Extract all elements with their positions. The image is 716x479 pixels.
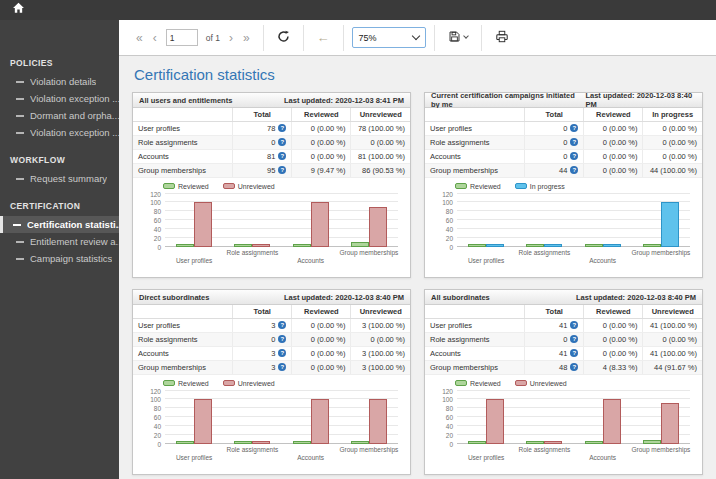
total-value: 0? — [530, 152, 578, 161]
help-icon[interactable]: ? — [278, 363, 286, 371]
refresh-button[interactable] — [272, 30, 295, 46]
sidebar-item-violation-exception[interactable]: Violation exception ... — [0, 124, 119, 141]
help-icon[interactable]: ? — [570, 349, 578, 357]
sidebar-item-campaign-statistics[interactable]: Campaign statistics — [0, 250, 119, 267]
home-icon — [11, 1, 26, 19]
total-value: 0? — [530, 335, 578, 344]
help-icon[interactable]: ? — [278, 349, 286, 357]
total-value: 3? — [238, 321, 286, 330]
legend-swatch — [163, 183, 175, 189]
help-icon[interactable]: ? — [570, 335, 578, 343]
chart: ReviewedUnreviewed 020406080100120User p… — [133, 178, 410, 278]
unreviewed-value: 3 (100.00 %) — [351, 346, 410, 360]
sidebar-item-violation-exception[interactable]: Violation exception ... — [0, 90, 119, 107]
table-row: Group memberships3?0 (0.00 %)3 (100.00 %… — [133, 360, 410, 374]
total-value: 0? — [238, 335, 286, 344]
column-header — [133, 305, 233, 318]
unreviewed-value: 86 (90.53 %) — [351, 163, 410, 177]
stats-table: TotalReviewedUnreviewed User profiles3?0… — [133, 305, 410, 375]
toolbar-separator — [263, 25, 264, 51]
legend-item: In progress — [515, 183, 565, 190]
row-label: User profiles — [425, 121, 525, 135]
sidebar-item-dormant-and-orpha[interactable]: Dormant and orpha... — [0, 107, 119, 124]
last-page-button[interactable]: » — [238, 31, 255, 45]
panel-last-updated: Last updated: 2020-12-03 8:40 PM — [576, 293, 696, 302]
legend-swatch — [515, 183, 527, 189]
help-icon[interactable]: ? — [570, 363, 578, 371]
x-axis-label: Role assignments — [227, 446, 279, 453]
sidebar-item-violation-details[interactable]: Violation details — [0, 73, 119, 90]
save-button[interactable] — [443, 30, 473, 46]
toolbar-separator — [343, 25, 344, 51]
help-icon[interactable]: ? — [570, 138, 578, 146]
sidebar-item-label: Campaign statistics — [30, 253, 112, 264]
column-header: Unreviewed — [351, 108, 410, 121]
row-label: Role assignments — [133, 332, 233, 346]
y-axis-label: 80 — [429, 208, 453, 215]
prev-page-button[interactable]: ‹ — [148, 31, 162, 45]
print-button[interactable] — [490, 30, 514, 46]
sidebar-item-request-summary[interactable]: Request summary — [0, 170, 119, 187]
list-dash-icon — [16, 81, 24, 83]
save-icon — [448, 30, 461, 46]
bar — [194, 202, 212, 246]
bar — [603, 399, 621, 443]
total-value: 3? — [238, 363, 286, 372]
bar — [468, 244, 486, 247]
total-cell-wrap: 48? — [525, 360, 584, 374]
column-header: Total — [525, 108, 584, 121]
x-axis-label: Group memberships — [339, 249, 398, 256]
help-icon[interactable]: ? — [570, 166, 578, 174]
help-icon[interactable]: ? — [278, 166, 286, 174]
table-row: User profiles41?0 (0.00 %)41 (100.00 %) — [425, 318, 702, 332]
help-icon[interactable]: ? — [278, 321, 286, 329]
help-icon[interactable]: ? — [570, 321, 578, 329]
help-icon[interactable]: ? — [278, 152, 286, 160]
y-axis-label: 0 — [137, 243, 161, 250]
unreviewed-value: 41 (100.00 %) — [643, 346, 702, 360]
x-axis-label: Group memberships — [631, 249, 690, 256]
bar — [252, 244, 270, 247]
table-row: User profiles0?0 (0.00 %)0 (0.00 %) — [425, 121, 702, 135]
column-header: Total — [233, 108, 292, 121]
back-button[interactable]: ← — [312, 30, 335, 45]
help-icon[interactable]: ? — [278, 335, 286, 343]
zoom-select[interactable]: 75% — [352, 27, 426, 48]
first-page-button[interactable]: « — [131, 31, 148, 45]
y-axis-label: 120 — [137, 190, 161, 197]
total-number: 3 — [271, 321, 275, 330]
legend-item: Reviewed — [163, 183, 209, 190]
total-cell-wrap: 3? — [233, 318, 292, 332]
y-axis-label: 0 — [137, 440, 161, 447]
list-dash-icon — [16, 98, 24, 100]
y-axis-label: 80 — [137, 208, 161, 215]
total-number: 41 — [559, 321, 567, 330]
help-icon[interactable]: ? — [570, 152, 578, 160]
y-axis-label: 0 — [429, 243, 453, 250]
y-axis-label: 40 — [137, 422, 161, 429]
panel-title: Current certification campaigns initiate… — [431, 92, 585, 109]
panel-header: Current certification campaigns initiate… — [425, 93, 702, 108]
chart: ReviewedUnreviewed 020406080100120User p… — [425, 375, 702, 475]
total-cell-wrap: 0? — [525, 121, 584, 135]
page-input[interactable] — [166, 29, 198, 46]
unreviewed-value: 3 (100.00 %) — [351, 360, 410, 374]
bar — [293, 441, 311, 444]
bar — [176, 244, 194, 247]
toolbar-separator — [481, 25, 482, 51]
legend-item: Reviewed — [163, 380, 209, 387]
legend-item: Reviewed — [455, 380, 501, 387]
sidebar-item-certification-statisti[interactable]: Certification statisti... — [0, 216, 119, 233]
help-icon[interactable]: ? — [278, 124, 286, 132]
next-page-button[interactable]: › — [224, 31, 238, 45]
home-button[interactable] — [9, 2, 27, 18]
help-icon[interactable]: ? — [570, 124, 578, 132]
total-value: 0? — [530, 124, 578, 133]
chart-legend: ReviewedUnreviewed — [455, 380, 702, 387]
y-axis-label: 60 — [137, 217, 161, 224]
reviewed-value: 0 (0.00 %) — [584, 149, 643, 163]
total-number: 3 — [271, 363, 275, 372]
help-icon[interactable]: ? — [278, 138, 286, 146]
sidebar-item-entitlement-review-a[interactable]: Entitlement review a... — [0, 233, 119, 250]
x-axis-label: Group memberships — [631, 446, 690, 453]
